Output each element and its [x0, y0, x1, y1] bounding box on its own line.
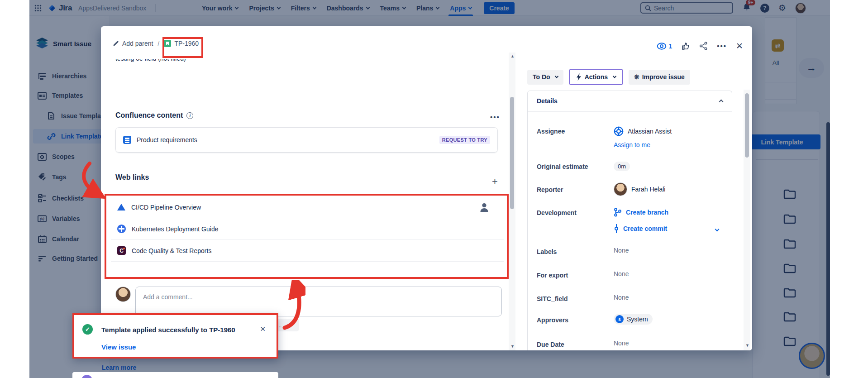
- field-approvers: Approvers s System: [528, 314, 732, 326]
- due-date-value[interactable]: None: [614, 340, 629, 347]
- share-icon: [699, 42, 708, 50]
- scroll-up-icon[interactable]: ▲: [510, 54, 515, 58]
- sparkle-icon: ❋: [634, 73, 639, 81]
- onboarding-popup: [72, 372, 278, 378]
- web-link-row[interactable]: C Code Quality & Test Reports: [111, 240, 504, 262]
- details-title: Details: [537, 97, 558, 105]
- system-avatar: s: [615, 315, 624, 323]
- improve-issue-button[interactable]: ❋Improve issue: [629, 70, 690, 85]
- kubernetes-icon: [117, 225, 126, 233]
- field-due-date: Due Date None: [528, 340, 732, 350]
- details-scrollbar-thumb[interactable]: [745, 93, 749, 158]
- description-snippet: testing oe field (not filled): [115, 59, 186, 62]
- story-type-icon: [164, 40, 171, 47]
- info-icon[interactable]: i: [186, 112, 193, 119]
- add-parent-button[interactable]: Add parent: [113, 40, 153, 47]
- like-button[interactable]: [681, 42, 690, 51]
- view-issue-link[interactable]: View issue: [101, 343, 136, 351]
- development-chevron-icon[interactable]: [715, 227, 720, 232]
- field-sitc: SITC_field None: [528, 294, 732, 306]
- web-links-heading: Web links: [115, 173, 149, 182]
- create-branch-link[interactable]: Create branch: [626, 209, 668, 216]
- commenter-avatar: [115, 287, 131, 302]
- issue-modal: Add parent / TP-1960 1 ••• ✕ testin: [101, 26, 752, 350]
- thumbs-up-icon: [681, 42, 690, 51]
- toast-close-button[interactable]: ✕: [260, 325, 266, 333]
- comment-section: Add a comment...: [115, 287, 503, 316]
- confluence-doc-icon: [123, 136, 131, 144]
- person-icon: [478, 201, 490, 213]
- status-toolbar: To Do Actions ❋Improve issue: [527, 69, 690, 85]
- confluence-page-card[interactable]: Product requirements REQUEST TO TRY: [115, 127, 498, 153]
- issue-content: testing oe field (not filled) Confluence…: [106, 59, 506, 344]
- labels-value[interactable]: None: [614, 247, 629, 254]
- more-actions-button[interactable]: •••: [717, 42, 727, 50]
- content-scrollbar[interactable]: ▲ ▼: [509, 53, 515, 350]
- breadcrumb: Add parent / TP-1960: [113, 40, 199, 47]
- comment-input[interactable]: Add a comment...: [135, 287, 502, 316]
- scroll-down-icon[interactable]: ▼: [510, 344, 515, 349]
- confluence-more-button[interactable]: •••: [490, 113, 500, 121]
- assign-to-me-row: Assign to me: [528, 141, 732, 153]
- approver-pill[interactable]: s System: [614, 314, 653, 325]
- status-dropdown[interactable]: To Do: [527, 70, 563, 85]
- details-panel: Details Assignee Atlassian Assist Assign…: [527, 91, 732, 350]
- issue-key-link[interactable]: TP-1960: [164, 40, 199, 47]
- create-commit-row: Create commit: [528, 224, 732, 236]
- field-labels: Labels None: [528, 247, 732, 258]
- content-scrollbar-thumb[interactable]: [510, 97, 514, 209]
- onboarding-avatar: [81, 375, 92, 378]
- confluence-section-heading: Confluence content i: [115, 111, 193, 120]
- details-scrollbar[interactable]: ▼: [744, 90, 750, 350]
- toast-message: Template applied successfully to TP-1960: [101, 326, 235, 334]
- share-button[interactable]: [699, 42, 708, 50]
- pencil-icon: [113, 40, 119, 47]
- watchers-button[interactable]: 1: [657, 43, 672, 50]
- success-toast: ✓ Template applied successfully to TP-19…: [72, 313, 278, 359]
- commit-icon: [614, 224, 619, 233]
- success-check-icon: ✓: [82, 324, 93, 335]
- request-to-try-badge: REQUEST TO TRY: [439, 136, 490, 144]
- reporter-avatar: [614, 182, 627, 196]
- estimate-value[interactable]: 0m: [614, 162, 630, 171]
- field-for-export: For export None: [528, 270, 732, 282]
- sonarqube-icon: C: [117, 246, 126, 255]
- atlassian-assist-icon: [614, 126, 624, 136]
- web-link-row[interactable]: CI/CD Pipeline Overview: [111, 196, 504, 218]
- collapse-icon: [719, 100, 724, 104]
- confluence-page-title: Product requirements: [137, 136, 434, 144]
- actions-dropdown[interactable]: Actions: [569, 69, 623, 85]
- lightning-icon: [576, 73, 582, 81]
- field-reporter: Reporter Farah Helali: [528, 182, 732, 197]
- scroll-down-icon[interactable]: ▼: [745, 343, 749, 348]
- assign-to-me-link[interactable]: Assign to me: [614, 141, 650, 148]
- watchers-count: 1: [669, 43, 672, 50]
- details-header[interactable]: Details: [528, 91, 732, 112]
- create-commit-link[interactable]: Create commit: [623, 225, 667, 232]
- eye-icon: [657, 43, 667, 50]
- sitc-value[interactable]: None: [614, 294, 629, 301]
- web-link-row[interactable]: Kubernetes Deployment Guide: [111, 218, 504, 240]
- assignee-value[interactable]: Atlassian Assist: [628, 128, 672, 135]
- field-development: Development Create branch: [528, 208, 732, 220]
- breadcrumb-separator: /: [158, 40, 160, 47]
- add-web-link-button[interactable]: +: [492, 176, 498, 187]
- field-assignee: Assignee Atlassian Assist: [528, 126, 732, 138]
- page: Jira AppsDelivered Sandbox Your work Pro…: [0, 0, 868, 378]
- branch-icon: [614, 208, 622, 217]
- vercel-triangle-icon: [117, 204, 125, 211]
- for-export-value[interactable]: None: [614, 270, 629, 278]
- field-original-estimate: Original estimate 0m: [528, 162, 732, 173]
- reporter-value[interactable]: Farah Helali: [631, 186, 665, 193]
- modal-actions: 1 ••• ✕: [657, 41, 743, 51]
- close-modal-button[interactable]: ✕: [736, 41, 743, 51]
